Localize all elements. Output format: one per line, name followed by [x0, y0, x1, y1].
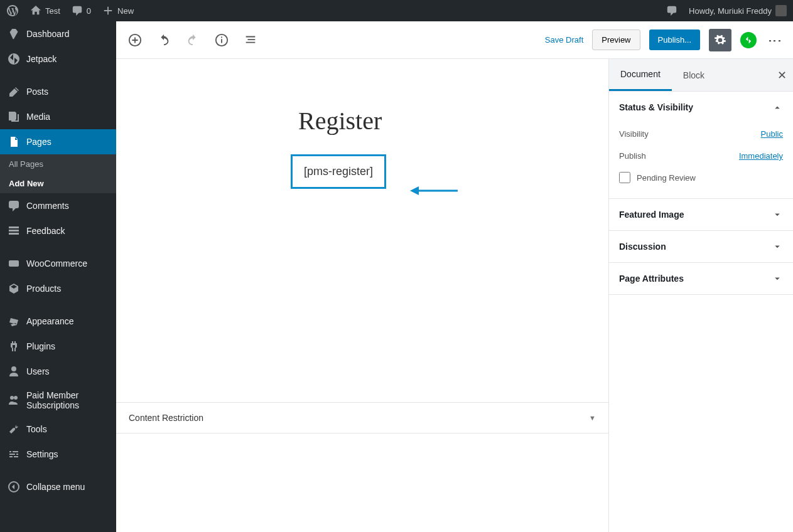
panel-status-visibility[interactable]: Status & Visibility [609, 92, 793, 123]
svg-marker-6 [410, 186, 419, 195]
publish-label: Publish [619, 151, 646, 161]
publish-button[interactable]: Publish... [649, 29, 700, 50]
preview-button[interactable]: Preview [592, 29, 640, 50]
comments-count: 0 [87, 6, 91, 16]
sidebar-item-users[interactable]: Users [0, 359, 116, 384]
annotation-arrow [410, 184, 458, 198]
pending-review-label: Pending Review [637, 173, 696, 183]
notification-icon[interactable] [666, 5, 677, 16]
wordpress-logo[interactable] [6, 4, 19, 17]
svg-rect-1 [9, 260, 19, 267]
sidebar-item-comments[interactable]: Comments [0, 193, 116, 218]
save-draft-button[interactable]: Save Draft [545, 35, 583, 45]
sidebar-item-pms[interactable]: Paid Member Subscriptions [0, 384, 116, 417]
tab-block[interactable]: Block [672, 60, 716, 90]
metabox-content-restriction[interactable]: Content Restriction ▼ [116, 403, 608, 434]
sidebar-item-woocommerce[interactable]: WooCommerce [0, 251, 116, 276]
new-label: New [117, 6, 134, 16]
admin-bar: Test 0 New Howdy, Muriuki Freddy [0, 0, 793, 21]
sidebar-item-settings[interactable]: Settings [0, 442, 116, 467]
close-sidebar-button[interactable]: ✕ [777, 68, 787, 82]
user-greeting[interactable]: Howdy, Muriuki Freddy [689, 5, 787, 16]
sidebar-item-jetpack[interactable]: Jetpack [0, 46, 116, 72]
sidebar-item-pages[interactable]: Pages [0, 129, 116, 154]
settings-button[interactable] [709, 29, 731, 51]
info-button[interactable] [212, 30, 232, 50]
site-name: Test [45, 6, 60, 16]
sidebar-item-posts[interactable]: Posts [0, 79, 116, 104]
settings-sidebar: Document Block ✕ Status & Visibility Vis… [608, 59, 793, 532]
sidebar-sub-all-pages[interactable]: All Pages [0, 154, 116, 174]
shortcode-block[interactable]: [pms-register] [291, 154, 386, 189]
visibility-value[interactable]: Public [761, 129, 783, 139]
sidebar-item-appearance[interactable]: Appearance [0, 309, 116, 334]
svg-point-0 [8, 53, 19, 65]
editor-toolbar: Save Draft Preview Publish... ⋮ [116, 21, 793, 59]
new-link[interactable]: New [102, 5, 134, 16]
site-home-link[interactable]: Test [30, 5, 60, 16]
avatar [775, 5, 787, 16]
visibility-label: Visibility [619, 129, 649, 139]
panel-page-attributes[interactable]: Page Attributes [609, 263, 793, 294]
sidebar-sub-add-new[interactable]: Add New [0, 174, 116, 193]
sidebar-item-products[interactable]: Products [0, 276, 116, 301]
jetpack-button[interactable] [740, 32, 757, 48]
undo-button[interactable] [154, 30, 174, 50]
comments-link[interactable]: 0 [72, 5, 91, 16]
redo-button[interactable] [183, 30, 203, 50]
panel-featured-image[interactable]: Featured Image [609, 199, 793, 230]
add-block-button[interactable] [125, 30, 145, 50]
editor-canvas[interactable]: Register [pms-register] G Content Restri… [116, 59, 608, 532]
sidebar-item-dashboard[interactable]: Dashboard [0, 21, 116, 46]
sidebar-item-media[interactable]: Media [0, 104, 116, 129]
publish-value[interactable]: Immediately [739, 151, 783, 161]
page-title[interactable]: Register [298, 106, 608, 136]
sidebar-item-collapse[interactable]: Collapse menu [0, 474, 116, 499]
tab-document[interactable]: Document [609, 59, 672, 91]
chevron-down-icon: ▼ [589, 414, 596, 422]
sidebar-item-tools[interactable]: Tools [0, 417, 116, 442]
pending-review-checkbox[interactable] [619, 172, 630, 183]
outline-button[interactable] [240, 30, 261, 50]
sidebar-item-plugins[interactable]: Plugins [0, 334, 116, 359]
more-options-button[interactable]: ⋮ [765, 34, 784, 46]
sidebar-item-feedback[interactable]: Feedback [0, 218, 116, 243]
panel-discussion[interactable]: Discussion [609, 231, 793, 262]
admin-sidebar: Dashboard Jetpack Posts Media Pages All … [0, 21, 116, 532]
